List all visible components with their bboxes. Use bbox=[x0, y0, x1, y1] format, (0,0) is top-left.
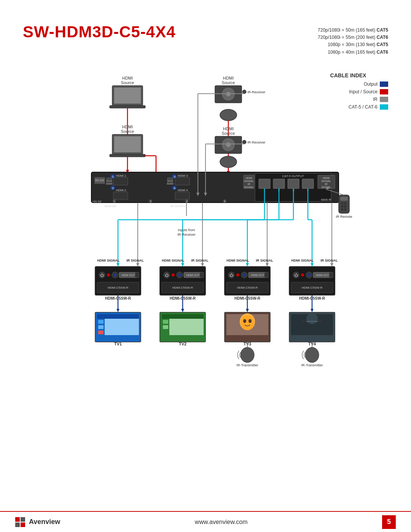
svg-marker-100 bbox=[116, 263, 119, 267]
svg-text:IR-Receiver: IR-Receiver bbox=[177, 233, 196, 236]
svg-rect-39 bbox=[113, 177, 128, 185]
svg-text:⏻: ⏻ bbox=[294, 273, 298, 277]
svg-point-29 bbox=[226, 142, 231, 147]
svg-rect-200 bbox=[163, 325, 168, 329]
svg-text:IR: IR bbox=[325, 183, 328, 185]
svg-text:TV1: TV1 bbox=[114, 342, 122, 346]
svg-text:③: ③ bbox=[173, 175, 176, 179]
spec-line-3: 1080p = 30m (130 feet) CAT5 bbox=[318, 41, 388, 48]
svg-text:Source: Source bbox=[222, 131, 235, 136]
tv-3: TV3 bbox=[225, 312, 270, 346]
svg-marker-118 bbox=[266, 263, 269, 267]
svg-text:②: ② bbox=[112, 187, 114, 190]
svg-text:HDMI OUT: HDMI OUT bbox=[316, 274, 329, 276]
ir-transmitter-4: IR-Transmitter bbox=[301, 342, 323, 367]
spec-line-1: 720p/1080i = 50m (165 feet) CAT5 bbox=[318, 27, 388, 34]
svg-rect-227 bbox=[344, 202, 346, 204]
svg-text:HDMI 3: HDMI 3 bbox=[177, 174, 188, 177]
svg-point-178 bbox=[307, 273, 311, 276]
svg-point-140 bbox=[107, 273, 110, 276]
receiver-3: ⏻ HDMI OUT HDMI-C5SW-R bbox=[225, 267, 270, 295]
svg-marker-122 bbox=[116, 309, 119, 312]
svg-rect-61 bbox=[259, 179, 270, 189]
svg-rect-63 bbox=[288, 179, 299, 189]
svg-text:SIGNAL: SIGNAL bbox=[244, 180, 254, 182]
svg-rect-190 bbox=[98, 320, 104, 324]
svg-text:HDMI: HDMI bbox=[223, 126, 234, 131]
svg-text:HDMI 2: HDMI 2 bbox=[116, 189, 126, 192]
svg-text:AUDIO: AUDIO bbox=[105, 183, 113, 185]
svg-text:CAT-5 OUTPUT: CAT-5 OUTPUT bbox=[282, 174, 304, 178]
svg-rect-64 bbox=[302, 179, 314, 189]
svg-rect-11 bbox=[110, 154, 145, 157]
diagram-area: HDMI Source HDMI Source bbox=[53, 60, 396, 404]
svg-point-154 bbox=[178, 273, 181, 276]
tv-2: TV2 bbox=[160, 312, 206, 346]
svg-rect-187 bbox=[97, 314, 139, 319]
svg-text:IR SIGNAL: IR SIGNAL bbox=[126, 259, 144, 262]
svg-point-213 bbox=[306, 313, 318, 324]
tv-4: TV4 bbox=[289, 312, 335, 346]
svg-text:Source: Source bbox=[222, 80, 235, 85]
svg-rect-189 bbox=[105, 319, 139, 335]
svg-text:HDMI: HDMI bbox=[323, 177, 330, 179]
svg-rect-198 bbox=[169, 319, 204, 335]
svg-point-142 bbox=[113, 273, 116, 276]
svg-rect-229 bbox=[344, 205, 346, 208]
specs-block: 720p/1080i = 50m (165 feet) CAT5 720p/10… bbox=[318, 27, 388, 56]
svg-rect-214 bbox=[306, 321, 318, 322]
svg-text:HDMI-C5SW-R: HDMI-C5SW-R bbox=[108, 286, 129, 289]
svg-text:HDMI-C5SW-R: HDMI-C5SW-R bbox=[302, 286, 323, 289]
svg-rect-228 bbox=[341, 205, 343, 208]
svg-text:IR SIGNAL: IR SIGNAL bbox=[191, 259, 209, 262]
svg-text:SIGNAL: SIGNAL bbox=[321, 186, 331, 189]
spec-line-2: 720p/1080i = 55m (200 feet) CAT6 bbox=[318, 34, 388, 41]
svg-rect-199 bbox=[163, 320, 168, 324]
svg-rect-192 bbox=[98, 331, 104, 334]
svg-point-207 bbox=[243, 319, 246, 323]
svg-text:IR-Transmitter: IR-Transmitter bbox=[236, 363, 258, 367]
svg-text:IR-Receiver: IR-Receiver bbox=[247, 141, 266, 144]
header: SW-HDM3D-C5-4X4 720p/1080i = 50m (165 fe… bbox=[0, 0, 411, 60]
footer: Avenview www.avenview.com 5 bbox=[0, 511, 411, 532]
svg-text:④: ④ bbox=[223, 199, 226, 203]
svg-point-30 bbox=[220, 156, 237, 168]
logo-squares bbox=[15, 517, 25, 527]
svg-text:HDMI SIGNAL: HDMI SIGNAL bbox=[226, 259, 249, 262]
svg-point-166 bbox=[243, 273, 246, 276]
svg-text:HDMI 4: HDMI 4 bbox=[177, 189, 188, 192]
svg-marker-128 bbox=[311, 309, 314, 312]
svg-marker-114 bbox=[136, 263, 139, 267]
svg-text:IR Remote: IR Remote bbox=[336, 215, 352, 219]
svg-marker-124 bbox=[181, 309, 184, 312]
svg-text:⏻: ⏻ bbox=[100, 273, 104, 277]
logo-sq-3 bbox=[15, 522, 20, 527]
footer-logo: Avenview bbox=[15, 517, 60, 527]
svg-rect-225 bbox=[340, 197, 348, 201]
receiver-4: ⏻ HDMI OUT HDMI-C5SW-R bbox=[289, 267, 335, 295]
footer-page-number: 5 bbox=[382, 515, 396, 529]
svg-text:MAIN SW: MAIN SW bbox=[105, 205, 116, 208]
svg-point-22 bbox=[242, 90, 246, 94]
svg-rect-191 bbox=[98, 325, 104, 329]
svg-text:IR SIGNAL: IR SIGNAL bbox=[320, 259, 338, 262]
svg-text:IR SIGNAL: IR SIGNAL bbox=[256, 259, 273, 262]
svg-text:①: ① bbox=[113, 199, 116, 203]
svg-text:HDMI OUT: HDMI OUT bbox=[186, 274, 200, 276]
svg-text:IR-Transmitter: IR-Transmitter bbox=[301, 363, 323, 367]
svg-point-152 bbox=[172, 273, 175, 276]
svg-text:TV2: TV2 bbox=[179, 342, 186, 346]
diagram-svg: HDMI Source HDMI Source bbox=[53, 60, 396, 403]
svg-text:HDMI OUT: HDMI OUT bbox=[122, 274, 135, 276]
svg-point-215 bbox=[302, 319, 306, 323]
footer-url: www.avenview.com bbox=[195, 519, 248, 526]
svg-point-176 bbox=[301, 273, 304, 276]
svg-text:IR OUTPUT: IR OUTPUT bbox=[170, 204, 187, 208]
svg-text:HDMI-C5SW-R: HDMI-C5SW-R bbox=[172, 286, 193, 289]
page: SW-HDM3D-C5-4X4 720p/1080i = 50m (165 fe… bbox=[0, 0, 411, 532]
svg-text:HDMI: HDMI bbox=[122, 76, 133, 80]
svg-point-32 bbox=[242, 140, 246, 144]
svg-marker-106 bbox=[246, 263, 249, 267]
receiver-2: ⏻ HDMI OUT HDMI-C5SW-R bbox=[160, 267, 206, 295]
svg-text:HDMI-C5SW-R: HDMI-C5SW-R bbox=[299, 296, 325, 300]
